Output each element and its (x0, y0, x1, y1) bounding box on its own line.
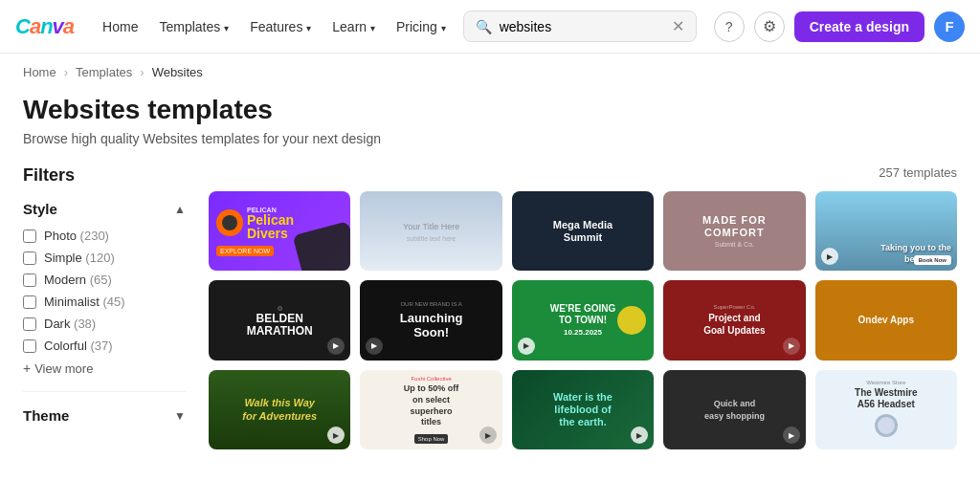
play-icon-11: ▶ (327, 426, 345, 444)
help-button[interactable]: ? (714, 11, 745, 42)
card-content-15: Westmire Store The WestmireA56 Headset (851, 376, 921, 445)
nav-right: ? ⚙ Create a design F (714, 11, 965, 42)
card-7-title: LaunchingSoon! (400, 311, 463, 340)
breadcrumb-templates[interactable]: Templates (76, 65, 132, 79)
nav-pricing[interactable]: Pricing ▾ (387, 13, 456, 40)
template-card-13[interactable]: Water is thelifeblood ofthe earth. ▶ (512, 370, 654, 449)
settings-button[interactable]: ⚙ (754, 11, 785, 42)
page-header: Websites templates Browse high quality W… (0, 91, 980, 165)
template-card-3[interactable]: Mega MediaSummit (512, 191, 654, 271)
navbar: Canva Home Templates ▾ Features ▾ Learn … (0, 0, 980, 54)
breadcrumb-sep-2: › (140, 65, 144, 79)
play-icon-5: ▶ (821, 248, 838, 265)
filter-modern-checkbox[interactable] (23, 273, 36, 287)
template-card-1[interactable]: PELICAN PelicanDivers EXPLORE NOW (209, 191, 350, 271)
sidebar: Filters Style ▲ Photo (230) Simple (120)… (23, 165, 186, 449)
play-icon-12: ▶ (479, 426, 497, 444)
play-icon-8: ▶ (518, 338, 535, 355)
filter-photo[interactable]: Photo (230) (23, 229, 186, 243)
chevron-up-icon: ▲ (174, 203, 186, 216)
card-11-title: Walk this Wayfor Adventures (242, 397, 317, 422)
filters-title: Filters (23, 165, 186, 186)
card-content-4: MADE FORCOMFORT Submit & Co. (699, 210, 770, 251)
templates-area: 257 templates PELICAN PelicanDivers EXPL… (209, 165, 957, 449)
template-card-14[interactable]: Quick andeasy shopping ▶ (663, 370, 805, 449)
card-15-title: The WestmireA56 Headset (855, 387, 917, 410)
template-card-5[interactable]: Taking you to thebest places ▶ Book Now (815, 191, 957, 271)
card-content-9: SuperPower Co. Project andGoal Updates (700, 300, 768, 340)
template-card-12[interactable]: Fushi Collective Up to 50% offon selects… (360, 370, 501, 449)
card-6-title: BELDENMARATHON (247, 313, 313, 338)
templates-grid: PELICAN PelicanDivers EXPLORE NOW Your T… (209, 191, 957, 449)
template-card-7[interactable]: OUR NEW BRAND IS A LaunchingSoon! ▶ (360, 280, 501, 360)
main-layout: Filters Style ▲ Photo (230) Simple (120)… (0, 165, 980, 449)
style-section-header[interactable]: Style ▲ (23, 201, 186, 217)
play-icon-6: ▶ (327, 338, 345, 355)
card-14-title: Quick andeasy shopping (704, 398, 765, 422)
template-card-2[interactable]: Your Title Here subtitle text here (360, 191, 501, 271)
play-icon-7: ▶ (366, 338, 383, 355)
search-input[interactable] (500, 19, 664, 34)
view-more[interactable]: + View more (23, 361, 186, 376)
card-content-8: WE'RE GOINGTO TOWN!10.25.2025 (546, 299, 620, 341)
filter-minimalist[interactable]: Minimalist (45) (23, 295, 186, 309)
template-card-11[interactable]: Walk this Wayfor Adventures ▶ (209, 370, 350, 449)
card-content-3: Mega MediaSummit (553, 219, 612, 244)
style-section-label: Style (23, 201, 57, 217)
filter-colorful[interactable]: Colorful (37) (23, 339, 186, 353)
card-13-title: Water is thelifeblood ofthe earth. (553, 391, 612, 429)
filter-dark[interactable]: Dark (38) (23, 317, 186, 331)
theme-section-label: Theme (23, 407, 69, 424)
card-content-14: Quick andeasy shopping (701, 394, 768, 426)
nav-features[interactable]: Features ▾ (240, 13, 321, 40)
breadcrumb-home[interactable]: Home (23, 65, 56, 79)
sidebar-divider (23, 391, 186, 392)
breadcrumb-current: Websites (152, 65, 203, 79)
template-card-8[interactable]: WE'RE GOINGTO TOWN!10.25.2025 ▶ (512, 280, 654, 360)
card-content-13: Water is thelifeblood ofthe earth. (547, 385, 618, 435)
templates-count: 257 templates (209, 165, 957, 180)
card-content-12: Fushi Collective Up to 50% offon selects… (400, 372, 463, 448)
card-5-btn: Book Now (914, 255, 951, 265)
card-content-7: OUR NEW BRAND IS A LaunchingSoon! (392, 294, 471, 348)
template-card-4[interactable]: MADE FORCOMFORT Submit & Co. (663, 191, 805, 271)
nav-links: Home Templates ▾ Features ▾ Learn ▾ Pric… (93, 13, 456, 40)
theme-section-header[interactable]: Theme ▼ (23, 407, 186, 424)
filter-dark-checkbox[interactable] (23, 317, 36, 331)
card-8-title: WE'RE GOINGTO TOWN!10.25.2025 (550, 303, 616, 338)
template-card-6[interactable]: ◎ BELDENMARATHON ▶ (209, 280, 350, 360)
play-icon-9: ▶ (783, 338, 800, 355)
style-options: Photo (230) Simple (120) Modern (65) Min… (23, 229, 186, 353)
chevron-down-icon: ▼ (174, 409, 186, 423)
nav-learn[interactable]: Learn ▾ (323, 13, 385, 40)
page-title: Websites templates (23, 95, 957, 125)
template-card-10[interactable]: Ondev Apps (815, 280, 957, 360)
filter-modern[interactable]: Modern (65) (23, 273, 186, 287)
filter-simple-checkbox[interactable] (23, 251, 36, 265)
template-card-9[interactable]: SuperPower Co. Project andGoal Updates ▶ (663, 280, 805, 360)
template-card-15[interactable]: Westmire Store The WestmireA56 Headset (815, 370, 957, 449)
card-content-6: ◎ BELDENMARATHON (243, 300, 317, 341)
card-content-10: Ondev Apps (855, 311, 919, 330)
card-content-1: PELICAN PelicanDivers EXPLORE NOW (216, 207, 343, 256)
nav-home[interactable]: Home (93, 13, 147, 40)
filter-colorful-checkbox[interactable] (23, 339, 36, 353)
card-12-title: Up to 50% offon selectsuperherotitles (404, 383, 459, 428)
filter-photo-checkbox[interactable] (23, 230, 36, 243)
search-icon: 🔍 (476, 19, 492, 34)
clear-icon[interactable]: ✕ (672, 17, 684, 35)
card-9-title: Project andGoal Updates (703, 312, 765, 337)
plus-icon: + (23, 361, 31, 376)
filter-minimalist-checkbox[interactable] (23, 295, 36, 309)
card-3-title: Mega MediaSummit (553, 219, 612, 244)
breadcrumb: Home › Templates › Websites (0, 54, 980, 91)
canva-logo[interactable]: Canva (15, 14, 74, 39)
page-subtitle: Browse high quality Websites templates f… (23, 131, 957, 146)
filter-simple[interactable]: Simple (120) (23, 251, 186, 265)
card-10-title: Ondev Apps (858, 315, 915, 326)
create-design-button[interactable]: Create a design (794, 11, 924, 42)
avatar[interactable]: F (934, 11, 965, 42)
breadcrumb-sep-1: › (64, 65, 68, 79)
card-1-title: PelicanDivers (247, 213, 294, 240)
nav-templates[interactable]: Templates ▾ (149, 13, 238, 40)
